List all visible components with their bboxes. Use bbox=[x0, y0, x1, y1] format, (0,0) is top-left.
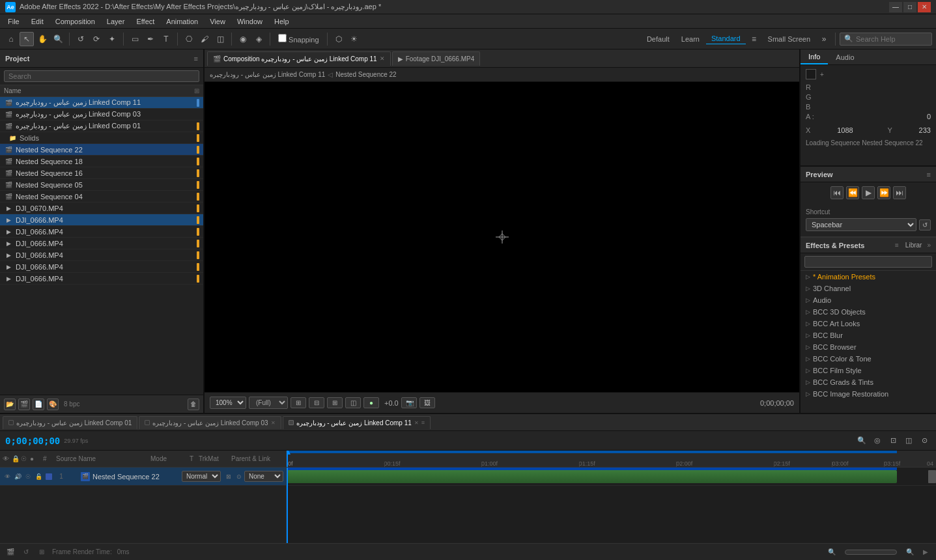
fit-to-screen-btn[interactable]: ⊞ bbox=[291, 397, 306, 408]
new-folder-btn[interactable]: 📂 bbox=[4, 399, 16, 410]
workspace-overflow[interactable]: » bbox=[817, 32, 831, 46]
maximize-button[interactable]: □ bbox=[903, 2, 916, 12]
tool-puppet[interactable]: ◈ bbox=[251, 32, 266, 46]
workspace-small-screen[interactable]: Small Screen bbox=[763, 34, 815, 44]
step-forward-btn[interactable]: ⏩ bbox=[877, 186, 890, 199]
layer-row[interactable]: 👁 🔊 ☉ 🔓 1 🎬 Nested Sequence 22 Normal bbox=[0, 468, 286, 486]
composition-icon-btn[interactable]: 🎬 bbox=[5, 547, 16, 557]
layer-t-switch[interactable]: ⊠ bbox=[223, 471, 234, 482]
list-item[interactable]: 🎬 زمین عباس - رودبارچیره Linked Comp 03 bbox=[0, 109, 203, 120]
list-item[interactable]: ▶ DJI_0666.MP4 bbox=[0, 261, 203, 273]
close-button[interactable]: ✕ bbox=[918, 2, 931, 12]
list-item[interactable]: 🎬 Nested Sequence 16 bbox=[0, 167, 203, 179]
minimize-button[interactable]: — bbox=[889, 2, 902, 12]
zoom-select[interactable]: 100% 50% 200% bbox=[210, 397, 246, 409]
search-input[interactable] bbox=[856, 35, 928, 43]
menu-help[interactable]: Help bbox=[269, 16, 294, 27]
effects-category-bcc3d[interactable]: ▷ BCC 3D Objects bbox=[801, 306, 936, 318]
menu-window[interactable]: Window bbox=[232, 16, 268, 27]
list-item[interactable]: 🎬 Nested Sequence 05 bbox=[0, 179, 203, 191]
list-item[interactable]: 🎬 زمین عباس - رودبارچیره Linked Comp 01 bbox=[0, 120, 203, 132]
footage-tab[interactable]: ▶ Footage DJI_0666.MP4 bbox=[392, 51, 481, 66]
timecode-display[interactable]: 0;00;00;00 bbox=[5, 436, 60, 446]
timeline-view-btn[interactable]: ⊞ bbox=[36, 547, 47, 557]
tool-home[interactable]: ⌂ bbox=[4, 32, 18, 46]
project-search-input[interactable] bbox=[4, 70, 199, 82]
list-item[interactable]: 🎬 Nested Sequence 18 bbox=[0, 156, 203, 167]
tool-unified[interactable]: ✦ bbox=[105, 32, 119, 46]
effects-category-audio[interactable]: ▷ Audio bbox=[801, 294, 936, 306]
layer-audio-btn[interactable]: 🔊 bbox=[13, 472, 22, 481]
menu-effect[interactable]: Effect bbox=[131, 16, 160, 27]
zoom-out-btn[interactable]: 🔍 bbox=[827, 547, 837, 557]
library-tab[interactable]: Librar bbox=[905, 242, 922, 249]
tool-rect[interactable]: ▭ bbox=[128, 32, 142, 46]
skip-forward-btn[interactable]: ⏭ bbox=[893, 186, 906, 199]
tool-pen[interactable]: ✒ bbox=[143, 32, 158, 46]
skip-back-btn[interactable]: ⏮ bbox=[830, 186, 844, 199]
list-item[interactable]: ▶ DJI_0670.MP4 bbox=[0, 203, 203, 214]
menu-composition[interactable]: Composition bbox=[50, 16, 100, 27]
quality-select[interactable]: (Full) (Half) bbox=[249, 397, 288, 409]
effects-search-input[interactable] bbox=[804, 256, 932, 268]
effects-category-bccblur[interactable]: ▷ BCC Blur bbox=[801, 329, 936, 341]
tab-menu-icon[interactable]: ≡ bbox=[421, 419, 425, 426]
tool-3d[interactable]: ⬡ bbox=[332, 32, 346, 46]
scroll-right-btn[interactable]: ▶ bbox=[920, 547, 931, 557]
tab-close-icon[interactable]: ✕ bbox=[414, 420, 419, 426]
timeline-tracks[interactable] bbox=[287, 468, 936, 543]
breadcrumb-comp[interactable]: زمین عباس - رودبارچیره Linked Comp 11 bbox=[210, 71, 325, 78]
timeline-tab-comp01[interactable]: زمین عباس - رودبارچیره Linked Comp 01 bbox=[3, 416, 137, 429]
list-item[interactable]: ▶ DJI_0666.MP4 bbox=[0, 238, 203, 249]
effects-category-bccgrads[interactable]: ▷ BCC Grads & Tints bbox=[801, 376, 936, 388]
workspace-learn[interactable]: Learn bbox=[676, 34, 705, 44]
color-depth-btn[interactable]: 🎨 bbox=[47, 399, 59, 410]
take-snapshot-btn[interactable]: 📷 bbox=[401, 397, 417, 408]
timeline-solo-btn[interactable]: ◎ bbox=[871, 434, 884, 447]
effects-category-animation-presets[interactable]: ▷ * Animation Presets bbox=[801, 271, 936, 283]
color-correction-btn[interactable]: ● bbox=[363, 397, 379, 408]
comp-tab-close[interactable]: ✕ bbox=[380, 55, 385, 62]
transparency-btn[interactable]: ◫ bbox=[345, 397, 361, 408]
layer-mode-select[interactable]: Normal bbox=[182, 471, 221, 482]
workspace-standard[interactable]: Standard bbox=[706, 33, 746, 44]
list-item[interactable]: ▶ DJI_0666.MP4 bbox=[0, 214, 203, 226]
tool-light[interactable]: ☀ bbox=[347, 32, 362, 46]
timeline-ruler[interactable]: 0f 00:15f 01:00f 01:15f 02:00f 02:15f 03… bbox=[287, 451, 936, 468]
effects-menu-icon[interactable]: ≡ bbox=[895, 242, 899, 249]
info-tab[interactable]: Info bbox=[801, 49, 828, 64]
timeline-tab-comp03[interactable]: زمین عباس - رودبارچیره Linked Comp 03 ✕ bbox=[139, 416, 281, 429]
layer-lock-btn[interactable]: 🔓 bbox=[34, 472, 43, 481]
effects-category-bccbrowser[interactable]: ▷ BCC Browser bbox=[801, 341, 936, 353]
menu-file[interactable]: File bbox=[3, 16, 25, 27]
shortcut-reset-btn[interactable]: ↺ bbox=[919, 219, 931, 231]
menu-layer[interactable]: Layer bbox=[102, 16, 130, 27]
snap-to-grid-btn[interactable]: ⊟ bbox=[309, 397, 324, 408]
workspace-menu[interactable]: ≡ bbox=[747, 32, 761, 46]
list-item[interactable]: ▶ DJI_0666.MP4 bbox=[0, 273, 203, 285]
render-icon-btn[interactable]: ↺ bbox=[21, 547, 31, 557]
timeline-tab-comp11[interactable]: زمین عباس - رودبارچیره Linked Comp 11 ✕ … bbox=[283, 416, 431, 429]
layer-solo-btn[interactable]: ☉ bbox=[23, 472, 33, 481]
tool-paint[interactable]: 🖌 bbox=[197, 32, 212, 46]
timeline-draft-btn[interactable]: ⊡ bbox=[886, 434, 900, 447]
list-item[interactable]: 🎬 Nested Sequence 22 bbox=[0, 144, 203, 156]
effects-category-bcccolor[interactable]: ▷ BCC Color & Tone bbox=[801, 353, 936, 365]
list-item[interactable]: 📁 Solids bbox=[0, 132, 203, 144]
project-list[interactable]: 🎬 زمین عباس - رودبارچیره Linked Comp 11 … bbox=[0, 97, 203, 395]
effects-category-bccimage[interactable]: ▷ BCC Image Restoration bbox=[801, 388, 936, 400]
step-back-btn[interactable]: ⏪ bbox=[846, 186, 859, 199]
workspace-default[interactable]: Default bbox=[642, 34, 675, 44]
shortcut-select[interactable]: Spacebar Numpad 0 bbox=[806, 218, 916, 231]
play-btn[interactable]: ▶ bbox=[862, 186, 875, 199]
effects-category-bccfilm[interactable]: ▷ BCC Film Style bbox=[801, 365, 936, 376]
effects-category-bccartlooks[interactable]: ▷ BCC Art Looks bbox=[801, 318, 936, 329]
timeline-search-btn[interactable]: 🔍 bbox=[855, 434, 868, 447]
track-row[interactable] bbox=[287, 468, 936, 486]
preview-menu-icon[interactable]: ≡ bbox=[927, 171, 931, 178]
tool-eraser[interactable]: ◫ bbox=[213, 32, 227, 46]
project-panel-menu-icon[interactable]: ≡ bbox=[194, 55, 198, 63]
menu-view[interactable]: View bbox=[205, 16, 231, 27]
menu-animation[interactable]: Animation bbox=[161, 16, 203, 27]
tool-orbit[interactable]: ↺ bbox=[74, 32, 88, 46]
